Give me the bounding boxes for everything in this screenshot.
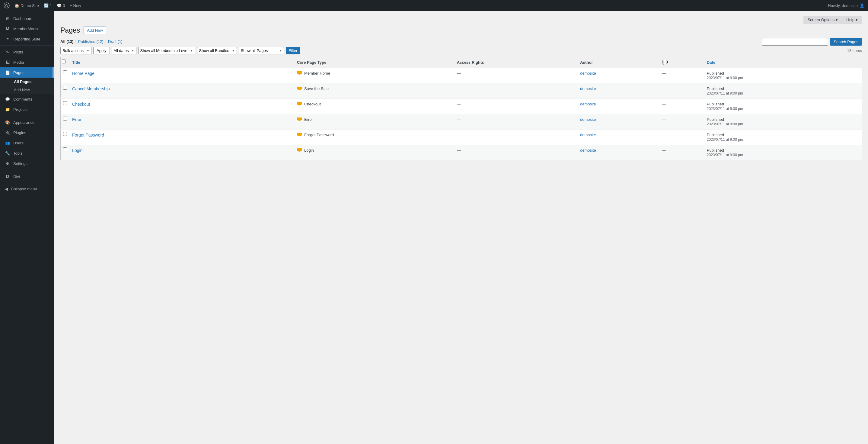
row-checkbox[interactable] xyxy=(63,117,67,120)
sidebar-item-label: Media xyxy=(13,60,24,65)
page-title-link[interactable]: Checkout xyxy=(72,102,90,107)
filter-all-link[interactable]: All (13) xyxy=(60,39,73,44)
user-avatar[interactable]: 👤 xyxy=(860,3,864,8)
divi-icon: D xyxy=(5,174,10,179)
col-comments: 💬 xyxy=(659,57,704,68)
row-checkbox[interactable] xyxy=(63,70,67,74)
row-date-cell: Published 2023/07/11 at 9:00 pm xyxy=(704,145,862,160)
core-page-type-value: Save the Sale xyxy=(304,86,329,91)
page-title-link[interactable]: Cancel Membership xyxy=(72,86,110,91)
page-title-link[interactable]: Forgot Password xyxy=(72,132,104,138)
updates-icon: 🔄 xyxy=(44,3,49,8)
filter-row: Search Pages All (13) | Published (12) |… xyxy=(60,38,862,47)
active-indicator xyxy=(53,67,54,78)
core-page-type-value: Member Home xyxy=(304,71,330,76)
sidebar-item-appearance[interactable]: 🎨 Appearance xyxy=(0,117,54,127)
core-page-type: Member Home xyxy=(297,71,451,76)
filter-button[interactable]: Filter xyxy=(286,47,301,54)
page-title-link[interactable]: Home Page xyxy=(72,71,94,76)
row-comments-cell: — xyxy=(659,83,704,99)
svg-text:W: W xyxy=(5,3,8,7)
search-pages-button[interactable]: Search Pages xyxy=(830,38,862,46)
row-access-rights-cell: — xyxy=(454,129,577,145)
sidebar-item-posts[interactable]: ✎ Posts xyxy=(0,47,54,57)
filter-all-count: 13 xyxy=(68,39,72,44)
sidebar-item-settings[interactable]: ⚙ Settings xyxy=(0,158,54,169)
row-checkbox-cell xyxy=(61,145,69,160)
row-checkbox[interactable] xyxy=(63,86,67,90)
sep1: | xyxy=(75,39,76,44)
adminbar-new[interactable]: + New xyxy=(70,3,81,8)
add-new-button[interactable]: Add New xyxy=(84,27,106,34)
bulk-actions-select[interactable]: Bulk actions xyxy=(60,47,91,54)
table-row: Forgot Password Forgot Password — demosi… xyxy=(61,129,862,145)
row-core-page-type-cell: Forgot Password xyxy=(294,129,454,145)
flag-icon xyxy=(297,71,302,75)
sidebar-item-pages[interactable]: 📄 Pages xyxy=(0,67,54,78)
separator-2 xyxy=(0,116,54,116)
table-row: Home Page Member Home — demosite — Publi… xyxy=(61,68,862,83)
bundles-select[interactable]: Show all Bundles xyxy=(197,47,237,54)
search-input[interactable] xyxy=(762,38,828,46)
core-page-type-value: Forgot Password xyxy=(304,132,334,137)
howdy-text: Howdy, demosite xyxy=(828,3,858,8)
adminbar-updates[interactable]: 🔄 1 xyxy=(44,3,52,8)
select-all-checkbox[interactable] xyxy=(62,59,66,63)
membership-level-select[interactable]: Show all Membership Leve xyxy=(138,47,195,54)
sidebar-item-projects[interactable]: 📁 Projects xyxy=(0,104,54,115)
comments-value: — xyxy=(662,148,666,152)
help-button[interactable]: Help ▾ xyxy=(842,16,862,24)
submenu-add-new[interactable]: Add New xyxy=(0,86,54,94)
filter-published-link[interactable]: Published (12) xyxy=(78,39,103,44)
sidebar-item-label: Divi xyxy=(13,174,20,179)
sidebar-item-label: Pages xyxy=(13,70,25,75)
row-date-cell: Published 2023/07/11 at 9:00 pm xyxy=(704,68,862,83)
author-link[interactable]: demosite xyxy=(580,117,596,122)
collapse-menu-button[interactable]: ◀ Collapse menu xyxy=(0,184,54,194)
show-pages-select[interactable]: Show all Pages xyxy=(239,47,284,54)
adminbar-site[interactable]: 🏠 Demo Site xyxy=(14,3,39,8)
adminbar-comments[interactable]: 💬 0 xyxy=(57,3,65,8)
sidebar-item-divi[interactable]: D Divi xyxy=(0,171,54,181)
pages-submenu: All Pages Add New xyxy=(0,78,54,94)
comments-value: — xyxy=(662,102,666,106)
sidebar-item-media[interactable]: 🖼 Media xyxy=(0,57,54,67)
filter-draft-count: 1 xyxy=(119,39,121,44)
filter-draft-link[interactable]: Draft (1) xyxy=(108,39,123,44)
updates-count: 1 xyxy=(50,3,52,8)
row-checkbox[interactable] xyxy=(63,147,67,151)
author-link[interactable]: demosite xyxy=(580,86,596,91)
screen-options-button[interactable]: Screen Options ▾ xyxy=(803,16,842,24)
row-checkbox-cell xyxy=(61,114,69,129)
row-checkbox[interactable] xyxy=(63,101,67,105)
separator-4 xyxy=(0,183,54,183)
media-icon: 🖼 xyxy=(5,59,10,65)
sidebar-item-tools[interactable]: 🔧 Tools xyxy=(0,148,54,158)
author-link[interactable]: demosite xyxy=(580,102,596,106)
adminbar-wp-logo[interactable]: W xyxy=(4,2,10,8)
author-link[interactable]: demosite xyxy=(580,71,596,76)
sidebar-item-comments[interactable]: 💬 Comments xyxy=(0,94,54,104)
apply-button[interactable]: Apply xyxy=(93,47,110,54)
author-link[interactable]: demosite xyxy=(580,132,596,137)
all-dates-select[interactable]: All dates xyxy=(112,47,136,54)
core-page-type-value: Checkout xyxy=(304,102,321,106)
row-checkbox[interactable] xyxy=(63,132,67,136)
submenu-all-pages[interactable]: All Pages xyxy=(0,78,54,86)
sidebar-item-dashboard[interactable]: ⊞ Dashboard xyxy=(0,13,54,24)
col-title-link[interactable]: Title xyxy=(72,60,80,65)
reporting-icon: ≡ xyxy=(5,36,10,42)
sidebar-item-reporting[interactable]: ≡ Reporting Suite xyxy=(0,34,54,44)
author-link[interactable]: demosite xyxy=(580,148,596,152)
sidebar-item-label: Appearance xyxy=(13,120,34,125)
page-title-link[interactable]: Login xyxy=(72,148,83,153)
flag-icon xyxy=(297,133,302,137)
page-title-link[interactable]: Error xyxy=(72,117,82,122)
filter-draft-label: Draft xyxy=(108,39,117,44)
col-date-link[interactable]: Date xyxy=(707,60,715,65)
row-core-page-type-cell: Error xyxy=(294,114,454,129)
sidebar-item-membermouse[interactable]: M MemberMouse xyxy=(0,24,54,34)
sidebar-item-plugins[interactable]: 🔌 Plugins xyxy=(0,127,54,138)
sidebar-item-users[interactable]: 👥 Users xyxy=(0,138,54,148)
filter-published-count: 12 xyxy=(98,39,102,44)
